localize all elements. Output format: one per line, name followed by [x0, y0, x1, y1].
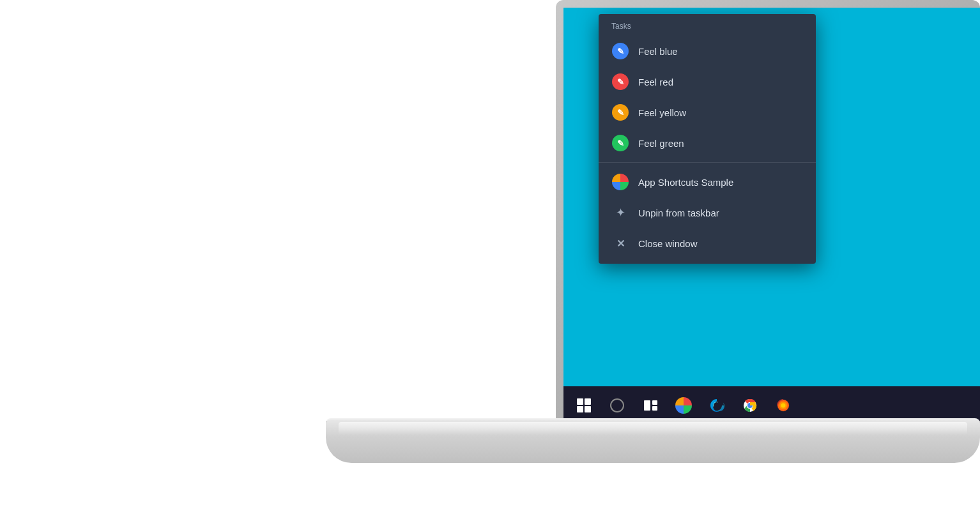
menu-divider	[599, 162, 816, 163]
feel-red-label: Feel red	[638, 77, 673, 87]
close-x-icon: ✕	[611, 234, 629, 252]
menu-item-unpin[interactable]: ✦ Unpin from taskbar	[599, 197, 816, 228]
svg-point-4	[781, 404, 786, 408]
feel-blue-label: Feel blue	[638, 46, 678, 57]
menu-section-label: Tasks	[599, 19, 816, 36]
app-icon	[611, 173, 629, 191]
app-name-label: App Shortcuts Sample	[638, 177, 733, 188]
app-shortcuts-taskbar-icon	[675, 397, 692, 414]
taskbar-edge-button[interactable]	[701, 389, 732, 422]
taskbar-app-shortcuts-button[interactable]	[668, 389, 699, 422]
firefox-icon	[775, 397, 792, 414]
chrome-icon	[742, 397, 758, 414]
unpin-icon: ✦	[611, 204, 629, 222]
edge-icon	[708, 397, 725, 414]
colorwheel-icon	[612, 174, 629, 190]
feel-green-icon: ✎	[611, 134, 629, 152]
blue-circle: ✎	[612, 43, 629, 59]
taskbar-start-button[interactable]	[569, 389, 599, 422]
yellow-circle: ✎	[612, 104, 629, 121]
close-label: Close window	[638, 238, 698, 249]
taskbar-chrome-button[interactable]	[735, 389, 765, 422]
green-circle: ✎	[612, 135, 629, 151]
cortana-icon	[610, 398, 624, 412]
context-menu: Tasks ✎ Feel blue ✎ Feel red	[599, 14, 816, 264]
taskbar-taskview-button[interactable]	[635, 389, 666, 422]
menu-item-close[interactable]: ✕ Close window	[599, 228, 816, 259]
taskbar-firefox-button[interactable]	[768, 389, 799, 422]
feel-yellow-label: Feel yellow	[638, 107, 686, 118]
laptop-base-shine	[339, 422, 967, 435]
windows-logo-icon	[577, 398, 591, 412]
unpin-label: Unpin from taskbar	[638, 208, 719, 218]
menu-item-feel-red[interactable]: ✎ Feel red	[599, 66, 816, 97]
taskbar-search-button[interactable]	[602, 389, 632, 422]
laptop-base	[326, 418, 980, 463]
feel-green-label: Feel green	[638, 138, 684, 149]
screen: Tasks ✎ Feel blue ✎ Feel red	[563, 8, 980, 425]
menu-item-feel-yellow[interactable]: ✎ Feel yellow	[599, 97, 816, 128]
feel-red-icon: ✎	[611, 73, 629, 91]
menu-item-feel-green[interactable]: ✎ Feel green	[599, 128, 816, 158]
feel-blue-icon: ✎	[611, 42, 629, 60]
menu-item-app-name[interactable]: App Shortcuts Sample	[599, 167, 816, 197]
feel-yellow-icon: ✎	[611, 103, 629, 121]
laptop-screen-frame: Tasks ✎ Feel blue ✎ Feel red	[556, 0, 980, 425]
menu-item-feel-blue[interactable]: ✎ Feel blue	[599, 36, 816, 66]
taskview-icon	[644, 400, 657, 411]
red-circle: ✎	[612, 73, 629, 90]
